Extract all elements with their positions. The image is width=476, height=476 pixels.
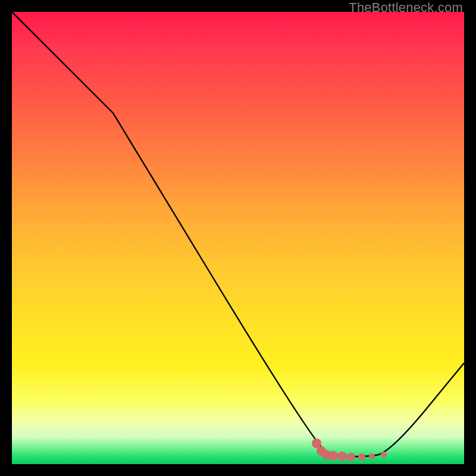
chart-frame: [12, 12, 464, 464]
chart-background-gradient: [12, 12, 464, 464]
